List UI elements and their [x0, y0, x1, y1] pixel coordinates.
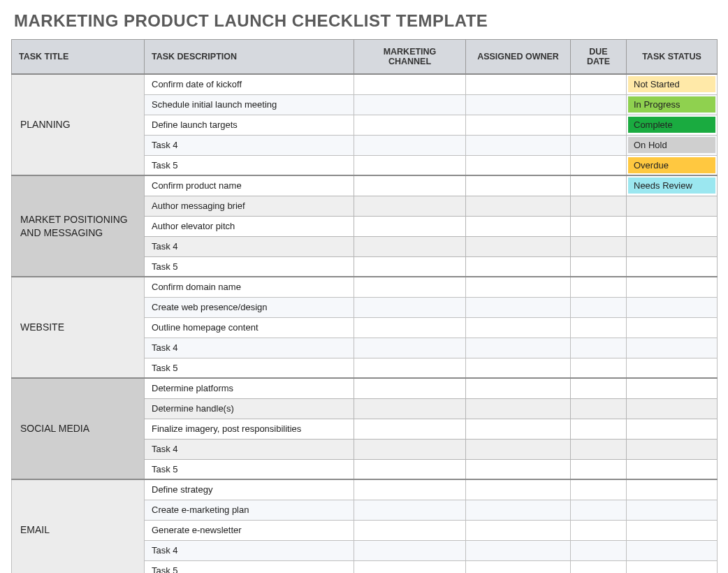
- task-status-cell[interactable]: [627, 196, 718, 216]
- due-date-cell[interactable]: [571, 94, 627, 115]
- marketing-channel-cell[interactable]: [354, 216, 466, 236]
- task-status-cell[interactable]: [627, 398, 718, 419]
- task-description-cell[interactable]: Define launch targets: [145, 115, 354, 135]
- task-description-cell[interactable]: Task 5: [145, 358, 354, 378]
- due-date-cell[interactable]: [571, 115, 627, 135]
- marketing-channel-cell[interactable]: [354, 540, 466, 560]
- task-description-cell[interactable]: Generate e-newsletter: [145, 520, 354, 540]
- task-status-cell[interactable]: [627, 358, 718, 378]
- task-status-cell[interactable]: [627, 419, 718, 439]
- task-status-cell[interactable]: Complete: [627, 115, 718, 135]
- assigned-owner-cell[interactable]: [466, 115, 571, 135]
- marketing-channel-cell[interactable]: [354, 135, 466, 155]
- assigned-owner-cell[interactable]: [466, 358, 571, 378]
- assigned-owner-cell[interactable]: [466, 500, 571, 520]
- marketing-channel-cell[interactable]: [354, 277, 466, 297]
- due-date-cell[interactable]: [571, 216, 627, 236]
- marketing-channel-cell[interactable]: [354, 419, 466, 439]
- task-description-cell[interactable]: Task 5: [145, 155, 354, 175]
- due-date-cell[interactable]: [571, 155, 627, 175]
- marketing-channel-cell[interactable]: [354, 175, 466, 196]
- assigned-owner-cell[interactable]: [466, 175, 571, 196]
- assigned-owner-cell[interactable]: [466, 74, 571, 94]
- marketing-channel-cell[interactable]: [354, 560, 466, 573]
- due-date-cell[interactable]: [571, 479, 627, 500]
- due-date-cell[interactable]: [571, 459, 627, 479]
- due-date-cell[interactable]: [571, 398, 627, 419]
- task-description-cell[interactable]: Determine platforms: [145, 378, 354, 398]
- task-description-cell[interactable]: Schedule initial launch meeting: [145, 94, 354, 115]
- due-date-cell[interactable]: [571, 439, 627, 459]
- due-date-cell[interactable]: [571, 520, 627, 540]
- due-date-cell[interactable]: [571, 419, 627, 439]
- task-status-cell[interactable]: [627, 378, 718, 398]
- marketing-channel-cell[interactable]: [354, 500, 466, 520]
- task-description-cell[interactable]: Confirm date of kickoff: [145, 74, 354, 94]
- marketing-channel-cell[interactable]: [354, 94, 466, 115]
- task-description-cell[interactable]: Task 5: [145, 560, 354, 573]
- task-status-cell[interactable]: [627, 338, 718, 358]
- task-status-cell[interactable]: [627, 540, 718, 560]
- task-status-cell[interactable]: [627, 520, 718, 540]
- task-description-cell[interactable]: Outline homepage content: [145, 317, 354, 338]
- due-date-cell[interactable]: [571, 297, 627, 317]
- assigned-owner-cell[interactable]: [466, 277, 571, 297]
- task-description-cell[interactable]: Author messaging brief: [145, 196, 354, 216]
- task-status-cell[interactable]: Not Started: [627, 74, 718, 94]
- assigned-owner-cell[interactable]: [466, 378, 571, 398]
- assigned-owner-cell[interactable]: [466, 338, 571, 358]
- marketing-channel-cell[interactable]: [354, 155, 466, 175]
- task-status-cell[interactable]: [627, 459, 718, 479]
- marketing-channel-cell[interactable]: [354, 520, 466, 540]
- task-description-cell[interactable]: Task 4: [145, 135, 354, 155]
- task-description-cell[interactable]: Task 4: [145, 439, 354, 459]
- task-description-cell[interactable]: Confirm domain name: [145, 277, 354, 297]
- assigned-owner-cell[interactable]: [466, 216, 571, 236]
- task-status-cell[interactable]: Overdue: [627, 155, 718, 175]
- due-date-cell[interactable]: [571, 277, 627, 297]
- marketing-channel-cell[interactable]: [354, 459, 466, 479]
- assigned-owner-cell[interactable]: [466, 317, 571, 338]
- assigned-owner-cell[interactable]: [466, 419, 571, 439]
- assigned-owner-cell[interactable]: [466, 520, 571, 540]
- due-date-cell[interactable]: [571, 175, 627, 196]
- marketing-channel-cell[interactable]: [354, 358, 466, 378]
- assigned-owner-cell[interactable]: [466, 560, 571, 573]
- task-status-cell[interactable]: [627, 236, 718, 256]
- task-description-cell[interactable]: Create web presence/design: [145, 297, 354, 317]
- due-date-cell[interactable]: [571, 560, 627, 573]
- due-date-cell[interactable]: [571, 74, 627, 94]
- task-status-cell[interactable]: [627, 560, 718, 573]
- assigned-owner-cell[interactable]: [466, 479, 571, 500]
- assigned-owner-cell[interactable]: [466, 459, 571, 479]
- assigned-owner-cell[interactable]: [466, 256, 571, 277]
- due-date-cell[interactable]: [571, 135, 627, 155]
- task-description-cell[interactable]: Define strategy: [145, 479, 354, 500]
- assigned-owner-cell[interactable]: [466, 398, 571, 419]
- marketing-channel-cell[interactable]: [354, 479, 466, 500]
- due-date-cell[interactable]: [571, 378, 627, 398]
- due-date-cell[interactable]: [571, 500, 627, 520]
- task-status-cell[interactable]: [627, 500, 718, 520]
- due-date-cell[interactable]: [571, 236, 627, 256]
- task-description-cell[interactable]: Create e-marketing plan: [145, 500, 354, 520]
- task-description-cell[interactable]: Task 4: [145, 540, 354, 560]
- assigned-owner-cell[interactable]: [466, 155, 571, 175]
- due-date-cell[interactable]: [571, 256, 627, 277]
- task-description-cell[interactable]: Determine handle(s): [145, 398, 354, 419]
- due-date-cell[interactable]: [571, 338, 627, 358]
- task-status-cell[interactable]: [627, 216, 718, 236]
- due-date-cell[interactable]: [571, 540, 627, 560]
- marketing-channel-cell[interactable]: [354, 74, 466, 94]
- task-description-cell[interactable]: Task 4: [145, 236, 354, 256]
- marketing-channel-cell[interactable]: [354, 256, 466, 277]
- due-date-cell[interactable]: [571, 317, 627, 338]
- task-status-cell[interactable]: On Hold: [627, 135, 718, 155]
- task-status-cell[interactable]: [627, 297, 718, 317]
- task-description-cell[interactable]: Task 5: [145, 256, 354, 277]
- task-description-cell[interactable]: Task 4: [145, 338, 354, 358]
- assigned-owner-cell[interactable]: [466, 236, 571, 256]
- task-description-cell[interactable]: Confirm product name: [145, 175, 354, 196]
- due-date-cell[interactable]: [571, 196, 627, 216]
- task-status-cell[interactable]: Needs Review: [627, 175, 718, 196]
